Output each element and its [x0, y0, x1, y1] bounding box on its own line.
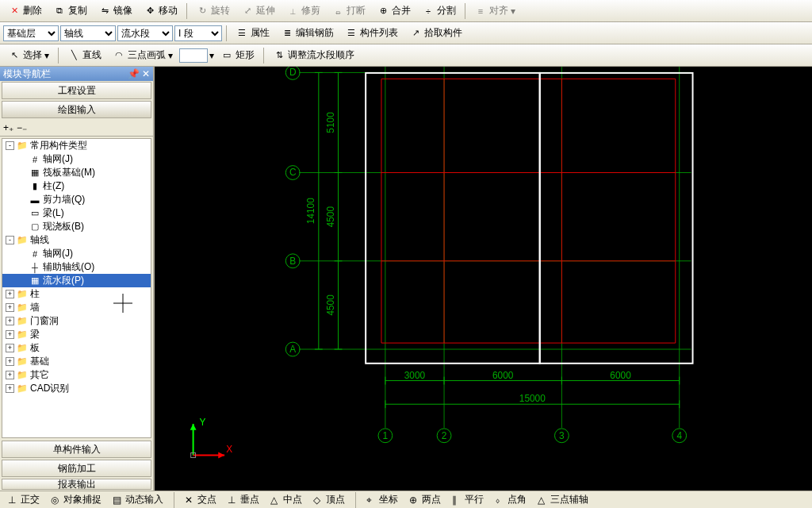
svg-rect-18 — [366, 73, 540, 364]
collapse-icon[interactable]: - — [6, 141, 14, 150]
tree-node[interactable]: +📁墙 — [2, 301, 151, 314]
tree-node[interactable]: #轴网(J) — [2, 152, 151, 166]
trim-button[interactable]: ⟂修剪 — [282, 2, 325, 20]
tree-node[interactable]: +📁柱 — [2, 287, 151, 301]
line-button[interactable]: ╲直线 — [63, 46, 106, 64]
expand-icon[interactable]: + — [6, 371, 14, 379]
chevron-down-icon: ▾ — [209, 50, 214, 61]
tree-item-label: 墙 — [30, 301, 40, 314]
intersect-toggle[interactable]: ✕交点 — [182, 493, 220, 506]
tree-node[interactable]: +📁CAD识别 — [2, 382, 151, 395]
tree-item-label: 流水段(P) — [43, 274, 84, 287]
axis-select[interactable]: 轴线 — [60, 25, 116, 41]
pick-icon: ↗ — [409, 27, 422, 40]
dyninput-toggle[interactable]: ▤动态输入 — [109, 493, 167, 506]
parallel-toggle[interactable]: ∥平行 — [449, 493, 487, 506]
segment-select[interactable]: 流水段 — [117, 25, 173, 41]
rect-button[interactable]: ▭矩形 — [216, 46, 259, 64]
drawing-canvas[interactable]: DCBA1234 3000600060001500051004500450014… — [155, 67, 812, 491]
arc3pt-button[interactable]: ◠三点画弧▾ — [108, 46, 178, 64]
pin-icon[interactable]: 📌 — [128, 68, 140, 79]
copy-button[interactable]: ⧉复制 — [48, 2, 92, 20]
mid-icon: △ — [270, 495, 282, 506]
tree-node[interactable]: +📁其它 — [2, 368, 151, 382]
tree-node[interactable]: ▭梁(L) — [2, 206, 151, 220]
align-button[interactable]: ≡对齐▾ — [469, 2, 520, 20]
expand-icon[interactable]: + — [6, 384, 14, 393]
perp-toggle[interactable]: ⊥垂点 — [224, 493, 262, 506]
align-icon: ≡ — [474, 5, 487, 17]
component-tree[interactable]: -📁常用构件类型#轴网(J)▦筏板基础(M)▮柱(Z)▬剪力墙(Q)▭梁(L)▢… — [2, 138, 151, 438]
select-button[interactable]: ↖选择▾ — [3, 46, 54, 64]
tree-node[interactable]: +📁门窗洞 — [2, 314, 151, 328]
project-settings-button[interactable]: 工程设置 — [2, 82, 151, 99]
tree-node[interactable]: +📁基础 — [2, 355, 151, 368]
osnap-toggle[interactable]: ◎对象捕捉 — [48, 493, 105, 506]
tree-item-icon: ┼ — [29, 261, 41, 274]
close-icon[interactable]: ✕ — [142, 68, 150, 79]
tree-node[interactable]: ▢现浇板(B) — [2, 220, 151, 233]
span-select[interactable]: I 段 — [174, 25, 222, 41]
adjust-seq-button[interactable]: ⇅调整流水段顺序 — [268, 46, 359, 64]
tripoint-toggle[interactable]: △三点辅轴 — [534, 493, 592, 506]
layer-select[interactable]: 基础层 — [3, 25, 59, 41]
move-button[interactable]: ✥移动 — [139, 2, 182, 20]
main-toolbar-2: 基础层 轴线 流水段 I 段 ☰属性 ≣编辑钢筋 ☰构件列表 ↗拾取构件 — [0, 22, 812, 44]
tree-item-label: 柱(Z) — [43, 179, 64, 193]
rotate-button[interactable]: ↻旋转 — [191, 2, 235, 20]
endpoint-icon: ⬨ — [495, 495, 506, 506]
mirror-button[interactable]: ⇋镜像 — [94, 2, 137, 20]
expand-all-icon[interactable]: +₊ — [3, 122, 13, 133]
tree-item-label: 板 — [30, 341, 40, 355]
properties-button[interactable]: ☰属性 — [231, 24, 274, 42]
parallel-icon: ∥ — [452, 495, 463, 506]
tree-item-label: 常用构件类型 — [30, 139, 87, 152]
tree-node[interactable]: ▬剪力墙(Q) — [2, 193, 151, 206]
svg-text:B: B — [289, 256, 296, 267]
report-output-button[interactable]: 报表输出 — [2, 479, 151, 490]
break-icon: ⏛ — [331, 5, 344, 17]
collapse-all-icon[interactable]: −₋ — [17, 122, 27, 133]
separator — [226, 25, 227, 41]
vertex-icon: ◇ — [313, 495, 324, 506]
ortho-toggle[interactable]: ⊥正交 — [5, 493, 43, 506]
separator — [174, 492, 174, 508]
expand-icon[interactable]: + — [6, 290, 14, 298]
tree-node[interactable]: +📁板 — [2, 341, 151, 355]
endpoint-toggle[interactable]: ⬨点角 — [492, 493, 530, 506]
coord-icon: ⌖ — [366, 495, 377, 506]
delete-button[interactable]: ✕删除 — [3, 2, 47, 20]
pick-member-button[interactable]: ↗拾取构件 — [404, 24, 467, 42]
tree-node[interactable]: ▦筏板基础(M) — [2, 166, 151, 179]
rebar-process-button[interactable]: 钢筋加工 — [2, 460, 151, 477]
extend-button[interactable]: ⤢延伸 — [236, 2, 280, 20]
tree-node[interactable]: ▮柱(Z) — [2, 179, 151, 193]
mid-toggle[interactable]: △中点 — [267, 493, 305, 506]
vertex-toggle[interactable]: ◇顶点 — [310, 493, 348, 506]
expand-icon[interactable]: + — [6, 317, 14, 325]
tree-node[interactable]: -📁常用构件类型 — [2, 139, 151, 152]
coord-toggle[interactable]: ⌖坐标 — [363, 493, 401, 506]
single-member-input-button[interactable]: 单构件输入 — [2, 441, 151, 458]
tree-item-label: 基础 — [30, 355, 49, 368]
member-list-button[interactable]: ☰构件列表 — [340, 24, 403, 42]
break-button[interactable]: ⏛打断 — [327, 2, 370, 20]
expand-icon[interactable]: + — [6, 357, 14, 366]
draw-input-button[interactable]: 绘图输入 — [2, 101, 151, 118]
color-swatch[interactable] — [179, 48, 208, 63]
split-button[interactable]: ÷分割 — [417, 2, 461, 20]
tree-node[interactable]: +📁梁 — [2, 328, 151, 341]
collapse-icon[interactable]: - — [6, 236, 14, 244]
copy-icon: ⧉ — [53, 5, 66, 17]
merge-button[interactable]: ⊕合并 — [372, 2, 416, 20]
tree-node[interactable]: #轴网(J) — [2, 247, 151, 260]
expand-icon[interactable]: + — [6, 303, 14, 312]
expand-icon[interactable]: + — [6, 330, 14, 339]
tree-node[interactable]: -📁轴线 — [2, 233, 151, 247]
tree-node[interactable]: ▦流水段(P) — [2, 274, 151, 287]
bottom-nav-buttons: 单构件输入 钢筋加工 报表输出 — [0, 440, 153, 491]
twopoint-toggle[interactable]: ⊕两点 — [406, 493, 444, 506]
edit-rebar-button[interactable]: ≣编辑钢筋 — [276, 24, 339, 42]
tree-node[interactable]: ┼辅助轴线(O) — [2, 260, 151, 274]
expand-icon[interactable]: + — [6, 344, 14, 352]
